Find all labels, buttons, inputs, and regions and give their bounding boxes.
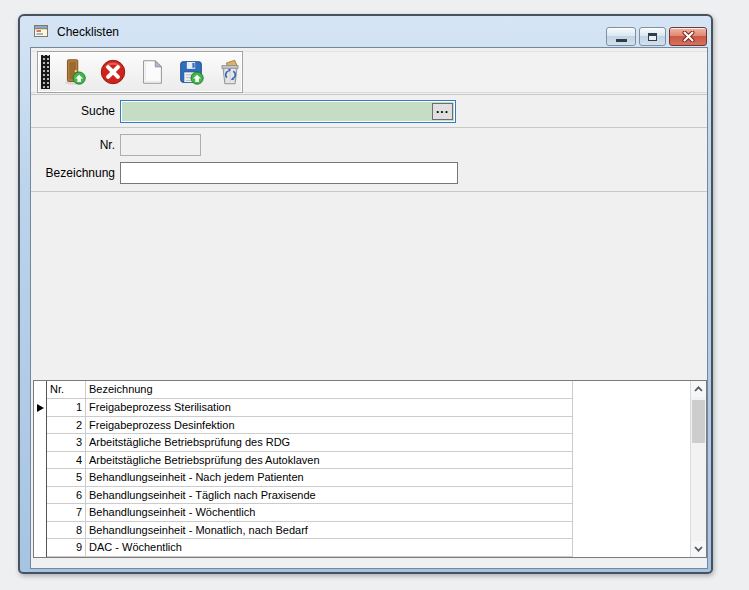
- row-selector-cell: [34, 522, 47, 540]
- row-selector-cell: [34, 434, 47, 452]
- header-bezeichnung: Bezeichnung: [86, 381, 573, 399]
- table-row[interactable]: 4 Arbeitstägliche Betriebsprüfung des Au…: [34, 452, 690, 470]
- cell-nr: 3: [47, 434, 86, 452]
- table-row[interactable]: 5 Behandlungseinheit - Nach jedem Patien…: [34, 469, 690, 487]
- bezeichnung-field[interactable]: [120, 162, 458, 184]
- cell-nr: 2: [47, 417, 86, 435]
- ellipsis-icon: ...: [436, 102, 449, 116]
- titlebar[interactable]: Checklisten: [20, 16, 711, 47]
- restore-button[interactable]: [639, 27, 666, 46]
- nr-label: Nr.: [31, 134, 115, 156]
- search-input[interactable]: [122, 102, 430, 121]
- new-button[interactable]: [133, 54, 170, 90]
- desktop-background: Checklisten: [0, 0, 749, 590]
- table-row[interactable]: 1 Freigabeprozess Sterilisation: [34, 399, 690, 417]
- chevron-up-icon: [694, 386, 703, 392]
- cell-bezeichnung: Behandlungseinheit - Monatlich, nach Bed…: [86, 522, 573, 540]
- search-label: Suche: [31, 95, 115, 128]
- vertical-scrollbar[interactable]: [690, 381, 706, 557]
- cell-bezeichnung: Behandlungseinheit - Täglich nach Praxis…: [86, 487, 573, 505]
- checklist-grid: Nr. Bezeichnung 1 Freigabeprozess Steril…: [33, 380, 707, 558]
- checklisten-window: Checklisten: [18, 14, 713, 574]
- cell-bezeichnung: Behandlungseinheit - Wöchentlich: [86, 504, 573, 522]
- new-document-icon: [137, 57, 167, 87]
- row-selector-cell: [34, 417, 47, 435]
- cell-nr: 9: [47, 539, 86, 557]
- header-selector-cell: [34, 381, 47, 399]
- row-selector-cell: [34, 469, 47, 487]
- recycle-bin-icon: [215, 57, 245, 87]
- grid-header-row: Nr. Bezeichnung: [34, 381, 690, 399]
- cell-bezeichnung: Behandlungseinheit - Nach jedem Patiente…: [86, 469, 573, 487]
- search-browse-button[interactable]: ...: [432, 103, 453, 120]
- cancel-icon: [98, 57, 128, 87]
- cell-nr: 6: [47, 487, 86, 505]
- cell-bezeichnung: Freigabeprozess Desinfektion: [86, 417, 573, 435]
- cell-bezeichnung: Freigabeprozess Sterilisation: [86, 399, 573, 417]
- nr-field: [120, 134, 201, 156]
- cell-nr: 7: [47, 504, 86, 522]
- cell-bezeichnung: Arbeitstägliche Betriebsprüfung des RDG: [86, 434, 573, 452]
- scrollbar-thumb[interactable]: [692, 400, 705, 443]
- minimize-icon: [616, 39, 627, 42]
- search-field: ...: [120, 100, 456, 123]
- window-title: Checklisten: [57, 16, 119, 47]
- table-row[interactable]: 2 Freigabeprozess Desinfektion: [34, 417, 690, 435]
- minimize-button[interactable]: [606, 27, 636, 46]
- exit-button[interactable]: [55, 54, 92, 90]
- row-selector-cell: [34, 399, 47, 417]
- row-selector-cell: [34, 487, 47, 505]
- toolbar: [31, 48, 707, 95]
- window-form-icon: [33, 23, 49, 39]
- toolbar-panel: [37, 51, 243, 93]
- table-row[interactable]: 7 Behandlungseinheit - Wöchentlich: [34, 504, 690, 522]
- scroll-down-button[interactable]: [691, 541, 706, 557]
- row-selector-cell: [34, 504, 47, 522]
- detail-form-panel: Nr. Bezeichnung: [31, 128, 707, 192]
- cell-nr: 4: [47, 452, 86, 470]
- cancel-button[interactable]: [94, 54, 131, 90]
- table-row[interactable]: 9 DAC - Wöchentlich: [34, 539, 690, 557]
- client-area: Suche ... Nr. Bezeichnung: [30, 47, 708, 569]
- delete-button[interactable]: [211, 54, 248, 90]
- cell-nr: 8: [47, 522, 86, 540]
- table-row[interactable]: 3 Arbeitstägliche Betriebsprüfung des RD…: [34, 434, 690, 452]
- empty-panel: [31, 192, 707, 380]
- search-panel: Suche ...: [31, 95, 707, 128]
- door-exit-icon: [59, 57, 89, 87]
- table-row[interactable]: 8 Behandlungseinheit - Monatlich, nach B…: [34, 522, 690, 540]
- save-button[interactable]: [172, 54, 209, 90]
- toolbar-buttons: [55, 54, 248, 90]
- table-row[interactable]: 6 Behandlungseinheit - Täglich nach Prax…: [34, 487, 690, 505]
- bezeichnung-label: Bezeichnung: [31, 162, 115, 184]
- current-row-marker: [37, 404, 44, 412]
- restore-icon: [648, 33, 657, 41]
- scroll-up-button[interactable]: [691, 381, 706, 397]
- toolbar-grip-handle[interactable]: [41, 55, 50, 89]
- cell-nr: 1: [47, 399, 86, 417]
- row-selector-cell: [34, 539, 47, 557]
- save-icon: [176, 57, 206, 87]
- row-selector-cell: [34, 452, 47, 470]
- header-nr: Nr.: [47, 381, 86, 399]
- chevron-down-icon: [694, 546, 703, 552]
- cell-nr: 5: [47, 469, 86, 487]
- grid-body: 1 Freigabeprozess Sterilisation 2 Freiga…: [34, 399, 690, 557]
- grid-main: Nr. Bezeichnung 1 Freigabeprozess Steril…: [34, 381, 690, 557]
- cell-bezeichnung: DAC - Wöchentlich: [86, 539, 573, 557]
- window-controls: [606, 27, 707, 46]
- close-button[interactable]: [669, 27, 707, 46]
- cell-bezeichnung: Arbeitstägliche Betriebsprüfung des Auto…: [86, 452, 573, 470]
- close-icon: [682, 31, 695, 42]
